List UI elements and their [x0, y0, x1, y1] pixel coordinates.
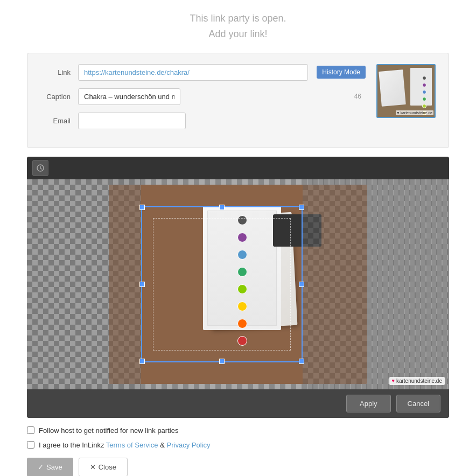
apply-button[interactable]: Apply — [346, 395, 391, 412]
thumb-watermark: ♥ kartenundsteine.de — [396, 110, 433, 115]
thumb-circle-4 — [422, 97, 426, 101]
and-text: & — [160, 441, 166, 449]
privacy-link[interactable]: Privacy Policy — [167, 441, 211, 449]
link-row: Link History Mode — [40, 64, 366, 81]
page-header: This link party is open. Add your link! — [0, 11, 476, 42]
watermark: ♥ kartenundsteine.de — [389, 377, 445, 385]
follow-checkbox[interactable] — [27, 426, 34, 434]
follow-label: Follow host to get notified for new link… — [39, 426, 178, 435]
header-line1: This link party is open. — [0, 11, 476, 26]
email-label: Email — [40, 117, 78, 125]
outside-crop-left — [27, 179, 141, 389]
bottom-buttons: ✓ Save ✕ Close — [27, 458, 449, 476]
editor-canvas: Chakra Blossi! — [27, 179, 449, 389]
crop-handle-bm[interactable] — [219, 359, 225, 364]
caption-input[interactable] — [78, 88, 180, 105]
close-icon: ✕ — [90, 463, 96, 471]
checkmark-icon: ✓ — [38, 463, 44, 471]
header-line2: Add your link! — [0, 26, 476, 42]
thumbnail-image: ♥ kartenundsteine.de — [377, 65, 435, 117]
form-fields: Link History Mode Caption 46 Email — [40, 64, 366, 137]
watermark-text: kartenundsteine.de — [396, 378, 442, 384]
crop-handle-tm[interactable] — [219, 205, 225, 210]
outside-crop-right — [303, 179, 449, 389]
editor-toolbar — [27, 157, 449, 179]
agree-checkbox-row: I agree to the InLinkz Terms of Service … — [27, 441, 449, 449]
thumb-circle-1 — [422, 76, 426, 80]
toolbar-icon-btn[interactable] — [32, 160, 48, 176]
crop-handle-tr[interactable] — [299, 205, 304, 210]
image-editor: Chakra Blossi! — [27, 157, 449, 418]
thumbnail-area: ♥ kartenundsteine.de — [376, 64, 436, 118]
crop-handle-bl[interactable] — [139, 359, 145, 364]
save-button[interactable]: ✓ Save — [27, 458, 73, 476]
email-row: Email — [40, 113, 366, 129]
crop-dashed-guide — [153, 218, 291, 351]
close-label: Close — [99, 463, 116, 471]
crop-selection[interactable] — [141, 206, 303, 362]
email-input[interactable] — [78, 113, 186, 129]
follow-checkbox-row: Follow host to get notified for new link… — [27, 426, 449, 435]
thumb-circle-3 — [422, 90, 426, 94]
history-mode-button[interactable]: History Mode — [317, 66, 366, 79]
editor-actions: Apply Cancel — [27, 389, 449, 418]
agree-checkbox[interactable] — [27, 441, 34, 449]
tos-link[interactable]: Terms of Service — [106, 441, 158, 449]
crop-handle-ml[interactable] — [139, 282, 145, 287]
thumb-circle-5 — [422, 104, 426, 108]
crop-handle-br[interactable] — [299, 359, 304, 364]
save-label: Save — [46, 463, 62, 471]
caption-label: Caption — [40, 93, 78, 101]
thumb-circle-2 — [422, 83, 426, 87]
crop-handle-mr[interactable] — [299, 282, 304, 287]
bottom-section: Follow host to get notified for new link… — [27, 426, 449, 476]
char-count: 46 — [354, 93, 361, 100]
caption-row: Caption 46 — [40, 88, 366, 105]
link-input[interactable] — [78, 64, 308, 81]
crop-handle-tl[interactable] — [139, 205, 145, 210]
thumb-stamp — [410, 68, 432, 106]
cancel-button[interactable]: Cancel — [396, 395, 440, 412]
thumb-book — [379, 69, 405, 107]
close-button[interactable]: ✕ Close — [79, 458, 128, 476]
watermark-heart-icon: ♥ — [392, 378, 395, 383]
agree-label: I agree to the InLinkz Terms of Service … — [39, 441, 210, 449]
link-label: Link — [40, 68, 78, 76]
form-card: Link History Mode Caption 46 Email — [27, 53, 449, 148]
